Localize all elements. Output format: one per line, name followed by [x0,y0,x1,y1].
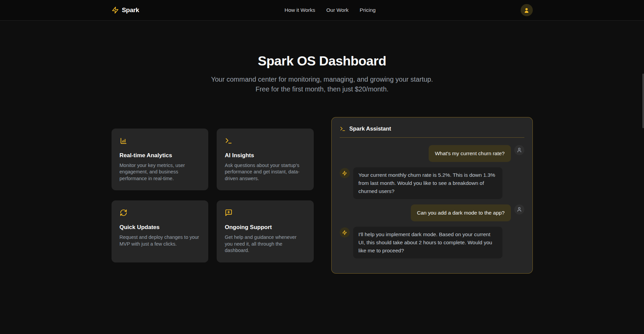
refresh-icon [120,209,127,218]
user-icon [523,7,530,13]
feature-card-quick-updates[interactable]: Quick Updates Request and deploy changes… [112,200,209,262]
zap-icon [342,171,347,176]
chat-message-assistant: I'll help you implement dark mode. Based… [340,227,524,258]
feature-title: Quick Updates [120,224,201,231]
assistant-avatar [340,227,350,238]
zap-icon [112,6,119,14]
chat-message-user: Can you add a dark mode to the app? [340,204,524,221]
user-avatar [514,145,524,155]
feature-card-real-time-analytics[interactable]: Real-time Analytics Monitor your key met… [112,129,209,191]
spark-assistant-panel: Spark Assistant What's my current churn … [331,117,533,274]
page-title: Spark OS Dashboard [0,54,644,68]
page-subtitle: Your command center for monitoring, mana… [204,75,440,94]
feature-card-ongoing-support[interactable]: Ongoing Support Get help and guidance wh… [217,200,314,262]
feature-description: Request and deploy changes to your MVP w… [120,234,201,247]
feature-description: Get help and guidance whenever you need … [225,234,306,254]
brand[interactable]: Spark [112,6,139,14]
feature-description: Ask questions about your startup's perfo… [225,162,306,182]
brand-name: Spark [122,6,139,14]
account-avatar-button[interactable] [521,4,533,16]
chat-header: Spark Assistant [332,117,532,132]
content-row: Real-time Analytics Monitor your key met… [112,117,533,274]
feature-title: AI Insights [225,152,306,159]
person-icon [517,147,522,153]
terminal-icon [225,137,233,146]
feature-title: Real-time Analytics [120,152,201,159]
chat-messages: What's my current churn rate? Your curre… [332,138,532,272]
main-content: Spark OS Dashboard Your command center f… [0,21,644,274]
user-message-bubble: What's my current churn rate? [429,145,511,162]
features-grid: Real-time Analytics Monitor your key met… [112,129,314,262]
user-message-bubble: Can you add a dark mode to the app? [411,204,511,221]
feature-description: Monitor your key metrics, user engagemen… [120,162,201,182]
bar-chart-icon [120,137,127,146]
nav-link-pricing[interactable]: Pricing [360,7,375,13]
chat-title: Spark Assistant [349,126,391,132]
feature-card-ai-insights[interactable]: AI Insights Ask questions about your sta… [217,129,314,191]
assistant-avatar [340,168,350,178]
chat-message-user: What's my current churn rate? [340,145,524,162]
scrollbar[interactable] [642,74,644,128]
terminal-icon [340,126,346,132]
zap-icon [342,230,347,235]
user-avatar [514,204,524,215]
assistant-message-bubble: Your current monthly churn rate is 5.2%.… [353,167,502,199]
message-square-plus-icon [225,209,233,218]
assistant-message-bubble: I'll help you implement dark mode. Based… [353,227,502,258]
nav-links: How it Works Our Work Pricing [284,7,375,13]
chat-message-assistant: Your current monthly churn rate is 5.2%.… [340,167,524,199]
nav-link-how-it-works[interactable]: How it Works [284,7,315,13]
top-nav: Spark How it Works Our Work Pricing [0,0,644,21]
person-icon [517,207,522,212]
feature-title: Ongoing Support [225,224,306,231]
nav-link-our-work[interactable]: Our Work [326,7,348,13]
